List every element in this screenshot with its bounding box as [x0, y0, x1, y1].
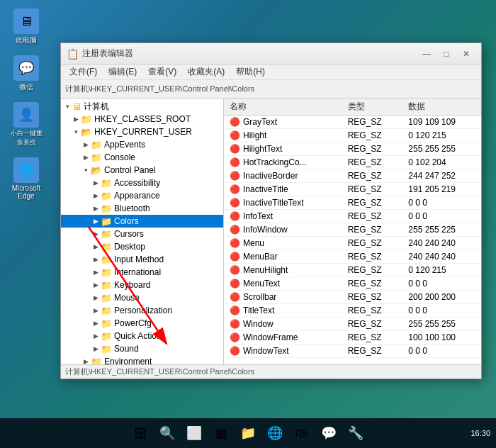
- expand-root[interactable]: ▾: [62, 101, 72, 111]
- tree-bluetooth-label: Bluetooth: [114, 203, 150, 213]
- tree-inputmethod[interactable]: ▶ 📁 Input Method: [61, 253, 223, 266]
- menu-edit[interactable]: 编辑(E): [103, 65, 142, 79]
- minimize-button[interactable]: —: [417, 46, 436, 62]
- personalization-folder-icon: 📁: [101, 306, 112, 316]
- expand-hkcr[interactable]: ▶: [71, 114, 81, 124]
- menu-view[interactable]: 查看(V): [142, 65, 182, 79]
- reg-entry-icon: 🔴: [230, 332, 240, 342]
- cursors-folder-icon: 📁: [101, 229, 112, 240]
- expand-console[interactable]: ▶: [81, 152, 91, 162]
- reg-entry-icon: 🔴: [230, 265, 240, 275]
- expand-mouse[interactable]: ▶: [91, 293, 101, 303]
- table-row[interactable]: 🔴MenuHilight REG_SZ 0 120 215: [224, 264, 481, 277]
- table-row[interactable]: 🔴Scrollbar REG_SZ 200 200 200: [224, 291, 481, 304]
- expand-powercfg[interactable]: ▶: [91, 318, 101, 328]
- taskbar-search[interactable]: 🔍: [154, 420, 180, 446]
- taskbar-taskview[interactable]: ⬜: [181, 420, 207, 446]
- reg-data-cell: 0 120 215: [402, 264, 481, 277]
- tree-cursors[interactable]: ▶ 📁 Cursors: [61, 228, 223, 240]
- taskbar-wechat[interactable]: 💬: [316, 420, 342, 446]
- tree-sound[interactable]: ▶ 📁 Sound: [61, 342, 223, 355]
- reg-data-cell: 0 0 0: [402, 304, 481, 318]
- desktop-icon-wechat[interactable]: 💬 微信: [6, 52, 47, 95]
- reg-type-cell: REG_SZ: [342, 116, 403, 129]
- tree-console[interactable]: ▶ 📁 Console: [61, 151, 223, 164]
- expand-bluetooth[interactable]: ▶: [91, 203, 101, 213]
- expand-colors[interactable]: ▶: [91, 216, 101, 226]
- regedit-title-icon: 📋: [67, 48, 78, 60]
- taskbar-settings[interactable]: 🔧: [343, 420, 368, 446]
- tree-quickactions[interactable]: ▶ 📁 Quick Actions: [61, 330, 223, 342]
- table-row[interactable]: 🔴InfoWindow REG_SZ 255 255 225: [224, 223, 481, 237]
- expand-appevents[interactable]: ▶: [81, 140, 91, 150]
- tree-colors[interactable]: ▶ 📁 Colors: [61, 215, 223, 228]
- expand-appearance[interactable]: ▶: [91, 191, 101, 201]
- table-row[interactable]: 🔴InactiveBorder REG_SZ 244 247 252: [224, 169, 481, 183]
- close-button[interactable]: ✕: [457, 46, 475, 62]
- table-row[interactable]: 🔴WindowText REG_SZ 0 0 0: [224, 345, 481, 358]
- bluetooth-folder-icon: 📁: [101, 203, 112, 214]
- tree-panel[interactable]: ▾ 🖥 计算机 ▶ 📁 HKEY_CLASSES_ROOT ▾ 📂 HKEY_C…: [61, 99, 224, 364]
- reg-name-cell: 🔴InfoText: [224, 210, 342, 223]
- expand-environment[interactable]: ▶: [81, 357, 91, 364]
- expand-controlpanel[interactable]: ▾: [81, 165, 91, 175]
- table-row[interactable]: 🔴TitleText REG_SZ 0 0 0: [224, 304, 481, 318]
- taskbar-edge[interactable]: 🌐: [262, 420, 288, 446]
- desktop-icon-edge[interactable]: 🌐 Microsoft Edge: [6, 155, 47, 203]
- table-row[interactable]: 🔴HilightText REG_SZ 255 255 255: [224, 142, 481, 156]
- table-row[interactable]: 🔴WindowFrame REG_SZ 100 100 100: [224, 331, 481, 345]
- expand-hkcu[interactable]: ▾: [71, 127, 81, 137]
- table-row[interactable]: 🔴MenuBar REG_SZ 240 240 240: [224, 250, 481, 264]
- tree-appevents[interactable]: ▶ 📁 AppEvents: [61, 138, 223, 151]
- expand-international[interactable]: ▶: [91, 267, 101, 277]
- menu-favorites[interactable]: 收藏夹(A): [182, 65, 230, 79]
- tree-mouse-label: Mouse: [114, 293, 140, 303]
- content-area: ▾ 🖥 计算机 ▶ 📁 HKEY_CLASSES_ROOT ▾ 📂 HKEY_C…: [61, 99, 481, 364]
- menu-file[interactable]: 文件(F): [64, 65, 103, 79]
- expand-inputmethod[interactable]: ▶: [91, 254, 101, 264]
- table-row[interactable]: 🔴Menu REG_SZ 240 240 240: [224, 237, 481, 250]
- table-row[interactable]: 🔴Hilight REG_SZ 0 120 215: [224, 129, 481, 142]
- tree-hkcu[interactable]: ▾ 📂 HKEY_CURRENT_USER: [61, 125, 223, 138]
- table-row[interactable]: 🔴InactiveTitle REG_SZ 191 205 219: [224, 183, 481, 196]
- tree-appearance[interactable]: ▶ 📁 Appearance: [61, 189, 223, 202]
- expand-cursors[interactable]: ▶: [91, 229, 101, 239]
- table-row[interactable]: 🔴Window REG_SZ 255 255 255: [224, 318, 481, 331]
- expand-desktop[interactable]: ▶: [91, 242, 101, 252]
- tree-hkcr[interactable]: ▶ 📁 HKEY_CLASSES_ROOT: [61, 113, 223, 125]
- tree-environment[interactable]: ▶ 📁 Environment: [61, 355, 223, 364]
- maximize-button[interactable]: □: [437, 46, 456, 62]
- table-row[interactable]: 🔴InactiveTitleText REG_SZ 0 0 0: [224, 196, 481, 210]
- desktop-icon-computer[interactable]: 🖥 此电脑: [6, 6, 47, 48]
- right-panel[interactable]: 名称 类型 数据 🔴GrayText REG_SZ 109 109 109 🔴H…: [224, 99, 481, 364]
- tree-personalization[interactable]: ▶ 📁 Personalization: [61, 304, 223, 317]
- expand-personalization[interactable]: ▶: [91, 306, 101, 315]
- expand-keyboard[interactable]: ▶: [91, 280, 101, 290]
- tree-bluetooth[interactable]: ▶ 📁 Bluetooth: [61, 202, 223, 215]
- taskbar-explorer[interactable]: 📁: [235, 420, 261, 446]
- reg-name-cell: 🔴Scrollbar: [224, 291, 342, 304]
- tree-mouse[interactable]: ▶ 📁 Mouse: [61, 291, 223, 304]
- expand-quickactions[interactable]: ▶: [91, 331, 101, 341]
- table-row[interactable]: 🔴GrayText REG_SZ 109 109 109: [224, 116, 481, 129]
- desktop-icon-reinstall[interactable]: 👤 小白一键重装系统: [6, 99, 47, 150]
- tree-controlpanel[interactable]: ▾ 📂 Control Panel: [61, 164, 223, 177]
- table-row[interactable]: 🔴InfoText REG_SZ 0 0 0: [224, 210, 481, 223]
- tree-root[interactable]: ▾ 🖥 计算机: [61, 100, 223, 113]
- taskbar-widgets[interactable]: ▦: [208, 420, 234, 446]
- table-row[interactable]: 🔴MenuText REG_SZ 0 0 0: [224, 277, 481, 291]
- taskbar-store[interactable]: 🛍: [289, 420, 315, 446]
- table-row[interactable]: 🔴HotTrackingCo... REG_SZ 0 102 204: [224, 156, 481, 169]
- expand-sound[interactable]: ▶: [91, 344, 101, 354]
- tree-keyboard[interactable]: ▶ 📁 Keyboard: [61, 279, 223, 291]
- expand-accessibility[interactable]: ▶: [91, 178, 101, 188]
- menu-help[interactable]: 帮助(H): [230, 65, 271, 79]
- tree-desktop[interactable]: ▶ 📁 Desktop: [61, 240, 223, 253]
- tree-powercfg[interactable]: ▶ 📁 PowerCfg: [61, 317, 223, 330]
- tree-accessibility[interactable]: ▶ 📁 Accessibility: [61, 177, 223, 189]
- tree-international[interactable]: ▶ 📁 International: [61, 266, 223, 279]
- wechat-label: 微信: [19, 82, 33, 92]
- tree-appevents-label: AppEvents: [104, 140, 145, 150]
- status-text: 计算机\HKEY_CURRENT_USER\Control Panel\Colo…: [65, 366, 254, 377]
- taskbar-start[interactable]: ⊞: [128, 420, 153, 446]
